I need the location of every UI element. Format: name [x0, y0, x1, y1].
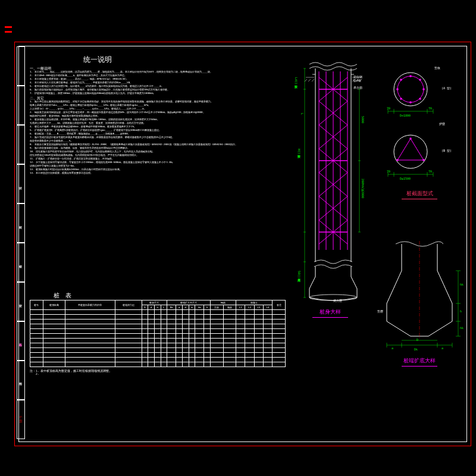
table-cell: [211, 320, 224, 324]
svg-line-8: [312, 79, 314, 82]
table-cell: [223, 310, 236, 315]
table-cell: [65, 343, 115, 348]
table-cell: [176, 320, 183, 324]
table-cell: [167, 348, 176, 353]
table-cell: [245, 348, 254, 353]
table-cell: [167, 358, 176, 362]
label-ground: 承台面: [353, 86, 362, 89]
svg-line-82: [387, 321, 411, 336]
table-cell: [65, 329, 115, 334]
pile-body-underline: [312, 317, 348, 318]
table-cell: [211, 353, 224, 358]
table-cell: [236, 348, 245, 353]
table-cell: [115, 358, 142, 362]
table-cell: [273, 348, 286, 353]
table-cell: [161, 362, 167, 367]
table-header-sub: L2: [245, 305, 254, 310]
table-cell: [204, 329, 211, 334]
table-cell: [236, 329, 245, 334]
table-cell: [195, 348, 204, 353]
table-cell: [30, 358, 43, 362]
table-cell: [142, 362, 148, 367]
table-cell: [189, 334, 195, 339]
table-cell: [142, 324, 148, 329]
drawing-pile-sections: 垫块 (A 型) 护壁 (B 型) D=1800 70 70 D≥1500 70…: [375, 62, 464, 211]
table-row: [30, 320, 286, 324]
table-cell: [273, 310, 286, 315]
table-header-sub: L3: [254, 305, 263, 310]
table-cell: [43, 310, 65, 315]
titleblock-cell-0: [17, 46, 25, 86]
table-header-sub: hk: [195, 305, 204, 310]
table-cell: [245, 343, 254, 348]
svg-line-6: [305, 79, 307, 82]
drawing-pile-elevation: L4(按实际) H(按实际) L 50(入持力层) 定位钢筋4根 承台面 500…: [298, 60, 363, 318]
table-header-sub: L1: [236, 305, 245, 310]
table-cell: [161, 343, 167, 348]
svg-line-78: [387, 271, 402, 303]
table-cell: [273, 324, 286, 329]
table-cell: [142, 358, 148, 362]
dim-Dk: Dk: [414, 347, 418, 351]
svg-point-47: [394, 73, 427, 106]
table-cell: [30, 334, 43, 339]
table-cell: [65, 334, 115, 339]
table-cell: [30, 343, 43, 348]
table-cell: [236, 339, 245, 343]
table-cell: [211, 329, 224, 334]
table-cell: [30, 329, 43, 334]
table-cell: [236, 343, 245, 348]
table-cell: [245, 324, 254, 329]
bell-title: 桩端扩底大样: [375, 357, 464, 365]
table-cell: [154, 315, 161, 320]
table-header-top: 钢筋: [211, 300, 236, 305]
table-cell: [204, 310, 211, 315]
table-cell: [161, 339, 167, 343]
table-cell: [204, 320, 211, 324]
dim-c50: 50(入持力层): [298, 271, 301, 278]
svg-line-79: [437, 271, 452, 303]
table-cell: [167, 320, 176, 324]
table-cell: [182, 348, 189, 353]
table-cell: [195, 315, 204, 320]
sec-a: (A 型): [441, 86, 452, 90]
table-cell: [148, 358, 155, 362]
table-cell: [148, 343, 155, 348]
table-cell: [263, 339, 272, 343]
table-cell: [154, 358, 161, 362]
titleblock-cell-4: 校对: [17, 203, 25, 243]
table-header-sub: n: [154, 305, 161, 310]
table-cell: [254, 324, 263, 329]
table-cell: [43, 329, 65, 334]
table-cell: [236, 358, 245, 362]
table-cell: [245, 329, 254, 334]
table-cell: [182, 339, 189, 343]
table-header-sub: L: [161, 305, 167, 310]
table-cell: [65, 315, 115, 320]
table-cell: [236, 362, 245, 367]
table-cell: [115, 320, 142, 324]
table-header-top: 混凝土: [236, 300, 273, 305]
table-cell: [167, 362, 176, 367]
svg-point-68: [396, 159, 399, 161]
table-cell: [43, 315, 65, 320]
table-cell: [176, 329, 183, 334]
svg-marker-65: [397, 139, 424, 160]
label-datum: 垫层: [377, 309, 383, 313]
table-cell: [115, 348, 142, 353]
dim-h: h: [460, 309, 462, 313]
table-cell: [176, 343, 183, 348]
svg-line-83: [428, 321, 452, 336]
table-cell: [263, 348, 272, 353]
note-line: 7. 护壁采用C20混凝土，厚度100mm，护壁混凝土应高出地面200mm以防地…: [30, 92, 286, 95]
table-cell: [223, 353, 236, 358]
table-cell: [263, 315, 272, 320]
table-cell: [176, 339, 183, 343]
table-cell: [236, 324, 245, 329]
table-header-sub: a: [176, 305, 183, 310]
table-cell: [161, 324, 167, 329]
table-cell: [154, 334, 161, 339]
table-header-sub: Dk: [167, 305, 176, 310]
titleblock-cell-7: 工程名称: [17, 321, 25, 361]
table-cell: [245, 334, 254, 339]
